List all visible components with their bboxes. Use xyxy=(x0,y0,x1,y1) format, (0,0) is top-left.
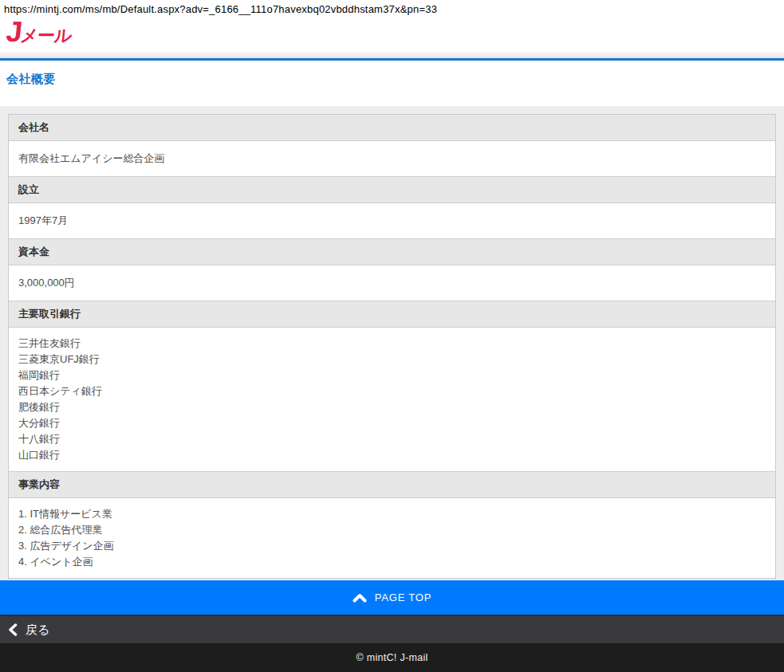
copyright-text: © mintC! J-mail xyxy=(356,652,427,663)
page-header: https://mintj.com/ms/mb/Default.aspx?adv… xyxy=(0,0,784,53)
table-row-value-banks: 三井住友銀行 三菱東京UFJ銀行 福岡銀行 西日本シティ銀行 肥後銀行 大分銀行… xyxy=(9,328,775,471)
table-row-label-business: 事業内容 xyxy=(9,471,775,498)
header-strip xyxy=(0,53,784,58)
business-item: 2. 総合広告代理業 xyxy=(18,522,766,538)
table-row-value-company-name: 有限会社エムアイシー総合企画 xyxy=(9,141,775,176)
table-row-value-capital: 3,000,000円 xyxy=(9,265,775,301)
business-item: 4. イベント企画 xyxy=(18,554,766,570)
bank-item: 福岡銀行 xyxy=(18,367,766,383)
table-row-label-capital: 資本金 xyxy=(9,238,775,265)
title-area: 会社概要 xyxy=(0,61,784,106)
business-item: 1. IT情報サービス業 xyxy=(18,506,766,522)
business-item: 3. 広告デザイン企画 xyxy=(18,538,766,554)
bank-item: 肥後銀行 xyxy=(18,399,766,415)
value-line: 1997年7月 xyxy=(18,213,766,229)
chevron-left-icon xyxy=(8,623,18,636)
footer: © mintC! J-mail xyxy=(0,643,784,672)
table-row-label-banks: 主要取引銀行 xyxy=(9,301,775,328)
page-url-text: https://mintj.com/ms/mb/Default.aspx?adv… xyxy=(4,3,437,15)
page-top-label: PAGE TOP xyxy=(375,591,431,603)
page-title: 会社概要 xyxy=(6,72,784,87)
table-row-value-business: 1. IT情報サービス業 2. 総合広告代理業 3. 広告デザイン企画 4. イ… xyxy=(9,498,775,578)
back-label: 戻る xyxy=(26,623,49,638)
bank-item: 十八銀行 xyxy=(18,431,766,447)
company-info-table: 会社名 有限会社エムアイシー総合企画 設立 1997年7月 資本金 3,000,… xyxy=(8,114,776,579)
logo-text-mail: メール xyxy=(19,26,73,45)
content-area: 会社名 有限会社エムアイシー総合企画 設立 1997年7月 資本金 3,000,… xyxy=(0,106,784,580)
page-top-button[interactable]: PAGE TOP xyxy=(0,580,784,615)
value-line: 有限会社エムアイシー総合企画 xyxy=(18,151,766,167)
table-row-value-established: 1997年7月 xyxy=(9,203,775,238)
back-button[interactable]: 戻る xyxy=(0,615,784,643)
bank-item: 西日本シティ銀行 xyxy=(18,383,766,399)
bank-item: 三菱東京UFJ銀行 xyxy=(18,352,766,367)
bank-item: 三井住友銀行 xyxy=(18,336,766,352)
table-row-label-company-name: 会社名 xyxy=(9,115,775,141)
table-row-label-established: 設立 xyxy=(9,176,775,203)
chevron-up-icon xyxy=(353,592,367,603)
value-line: 3,000,000円 xyxy=(18,275,766,291)
bank-item: 大分銀行 xyxy=(18,415,766,431)
jmail-logo[interactable]: Jメール xyxy=(5,18,73,46)
bank-item: 山口銀行 xyxy=(18,447,766,463)
